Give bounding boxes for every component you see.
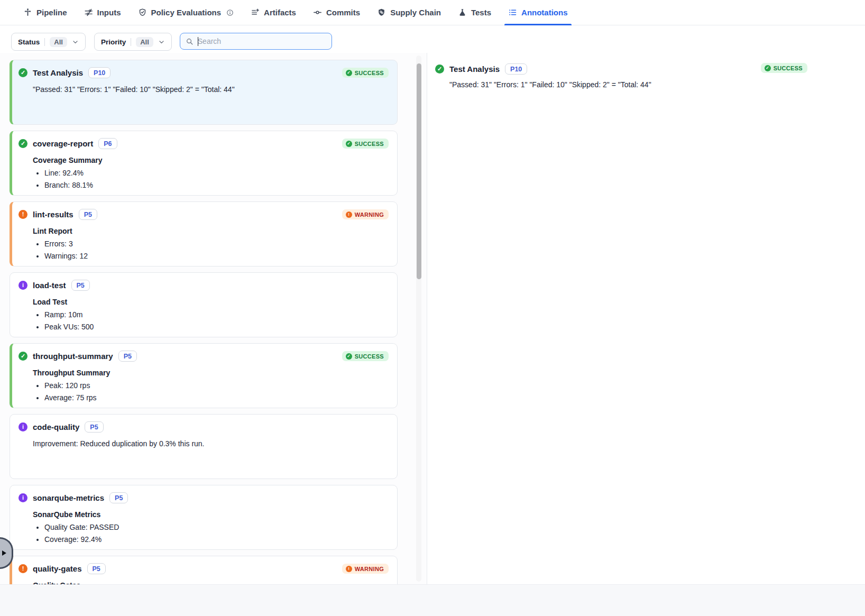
card-header: i load-test P5	[19, 280, 389, 291]
priority-badge: P6	[98, 138, 117, 149]
status-dot: !	[19, 564, 27, 573]
info-icon	[226, 9, 234, 16]
annotation-bullets: Ramp: 10mPeak VUs: 500	[33, 310, 389, 332]
tab-label: Commits	[326, 8, 360, 17]
annotation-title: Test Analysis	[33, 68, 83, 77]
status-filter-value: All	[50, 37, 67, 47]
annotations-content: ✓ Test Analysis P10 ✓ SUCCESS "Passed: 3…	[0, 53, 865, 584]
status-badge-icon: ✓	[346, 70, 352, 76]
card-body: Throughput Summary Peak: 120 rpsAverage:…	[33, 369, 389, 402]
status-filter-dropdown[interactable]: Status All	[11, 33, 86, 51]
annotation-bullets: Peak: 120 rpsAverage: 75 rps	[33, 381, 389, 402]
card-body: "Passed: 31" "Errors: 1" "Failed: 10" "S…	[33, 85, 389, 94]
card-body: Lint Report Errors: 3Warnings: 12	[33, 227, 389, 261]
annotations-list-icon	[508, 8, 517, 17]
tab-label: Policy Evaluations	[151, 8, 222, 17]
annotation-card[interactable]: ✓ Test Analysis P10 ✓ SUCCESS "Passed: 3…	[10, 60, 398, 125]
filters-bar: Status All Priority All	[0, 25, 865, 53]
chevron-down-icon	[158, 39, 165, 45]
annotation-card[interactable]: ! quality-gates P5 ! WARNING Quality Gat…	[10, 556, 398, 584]
status-dot: ✓	[19, 68, 27, 77]
status-dot: ✓	[19, 352, 27, 361]
pipeline-tab-bar: Pipeline Inputs Policy Evaluations Artif…	[0, 0, 865, 25]
annotation-card[interactable]: i load-test P5 Load Test Ramp: 10mPeak V…	[10, 272, 398, 337]
tab-policy-evaluations[interactable]: Policy Evaluations	[130, 0, 243, 25]
tab-label: Inputs	[97, 8, 121, 17]
status-filter-label: Status	[18, 38, 40, 46]
bullet-item: Errors: 3	[44, 240, 389, 249]
supply-chain-shield-icon	[377, 8, 386, 17]
bullet-item: Coverage: 92.4%	[44, 535, 389, 544]
search-icon	[186, 38, 194, 45]
annotation-title: load-test	[33, 281, 66, 290]
priority-badge: P5	[85, 421, 103, 433]
priority-badge: P10	[505, 63, 527, 75]
expand-arrow-icon	[2, 550, 6, 556]
priority-badge: P5	[118, 351, 137, 362]
status-badge-label: WARNING	[355, 212, 384, 218]
pipeline-icon	[23, 8, 32, 17]
status-badge-label: SUCCESS	[355, 353, 384, 360]
page-bottom-background	[0, 584, 865, 616]
card-header: i sonarqube-metrics P5	[19, 492, 389, 503]
priority-badge: P5	[109, 492, 128, 503]
priority-badge: P5	[87, 563, 106, 574]
annotation-heading: Lint Report	[33, 227, 389, 235]
status-badge-label: WARNING	[355, 566, 384, 572]
divider	[44, 38, 45, 46]
tab-label: Artifacts	[264, 8, 296, 17]
status-badge: ✓ SUCCESS	[342, 68, 389, 78]
status-badge-icon: !	[346, 212, 352, 218]
card-header: ✓ throughput-summary P5 ✓ SUCCESS	[19, 351, 389, 362]
card-header: ! quality-gates P5 ! WARNING	[19, 563, 389, 574]
annotation-card[interactable]: ✓ throughput-summary P5 ✓ SUCCESS Throug…	[10, 343, 398, 408]
artifacts-icon	[251, 8, 260, 17]
tab-tests[interactable]: Tests	[449, 0, 500, 25]
card-header: ! lint-results P5 ! WARNING	[19, 209, 389, 220]
annotation-heading: Load Test	[33, 298, 389, 306]
annotation-title: lint-results	[33, 210, 73, 219]
tab-artifacts[interactable]: Artifacts	[242, 0, 305, 25]
search-input[interactable]	[198, 37, 326, 45]
annotation-list: ✓ Test Analysis P10 ✓ SUCCESS "Passed: 3…	[10, 60, 398, 584]
priority-badge: P10	[88, 67, 111, 78]
tab-pipeline[interactable]: Pipeline	[15, 0, 76, 25]
annotation-bullets: Line: 92.4%Branch: 88.1%	[33, 169, 389, 190]
bullet-item: Average: 75 rps	[44, 393, 389, 402]
annotation-card[interactable]: ! lint-results P5 ! WARNING Lint Report …	[10, 201, 398, 266]
bullet-item: Quality Gate: PASSED	[44, 523, 389, 532]
priority-filter-label: Priority	[101, 38, 126, 46]
detail-body-text: "Passed: 31" "Errors: 1" "Failed: 10" "S…	[449, 80, 865, 89]
bullet-item: Branch: 88.1%	[44, 181, 389, 190]
annotation-title: quality-gates	[33, 564, 82, 573]
annotation-heading: Throughput Summary	[33, 369, 389, 377]
status-badge: ! WARNING	[342, 564, 389, 574]
status-dot: i	[19, 281, 27, 290]
flask-icon	[458, 8, 467, 17]
status-badge: ✓ SUCCESS	[342, 351, 389, 361]
bullet-item: Peak: 120 rps	[44, 381, 389, 390]
list-scrollbar-thumb[interactable]	[417, 63, 421, 279]
annotation-card[interactable]: ✓ coverage-report P6 ✓ SUCCESS Coverage …	[10, 131, 398, 196]
tab-commits[interactable]: Commits	[305, 0, 369, 25]
annotation-card[interactable]: i code-quality P5 Improvement: Reduced d…	[10, 414, 398, 479]
tab-annotations[interactable]: Annotations	[500, 0, 576, 25]
chevron-down-icon	[72, 39, 79, 45]
tab-supply-chain[interactable]: Supply Chain	[369, 0, 449, 25]
status-dot: !	[19, 210, 27, 219]
card-header: ✓ coverage-report P6 ✓ SUCCESS	[19, 138, 389, 149]
card-body: Improvement: Reduced duplication by 0.3%…	[33, 439, 389, 448]
priority-filter-dropdown[interactable]: Priority All	[94, 33, 172, 51]
status-dot: ✓	[19, 139, 27, 148]
tab-label: Annotations	[521, 8, 568, 17]
annotation-detail-panel: ✓ Test Analysis P10 ✓ SUCCESS "Passed: 3…	[427, 53, 865, 584]
annotation-card[interactable]: i sonarqube-metrics P5 SonarQube Metrics…	[10, 485, 398, 550]
status-badge-icon: ✓	[346, 353, 352, 360]
status-badge: ! WARNING	[342, 209, 389, 219]
annotation-heading: Coverage Summary	[33, 156, 389, 164]
tab-label: Tests	[471, 8, 491, 17]
annotation-heading: SonarQube Metrics	[33, 510, 389, 519]
status-badge-icon: ✓	[346, 141, 352, 147]
tab-inputs[interactable]: Inputs	[76, 0, 130, 25]
bullet-item: Peak VUs: 500	[44, 323, 389, 332]
